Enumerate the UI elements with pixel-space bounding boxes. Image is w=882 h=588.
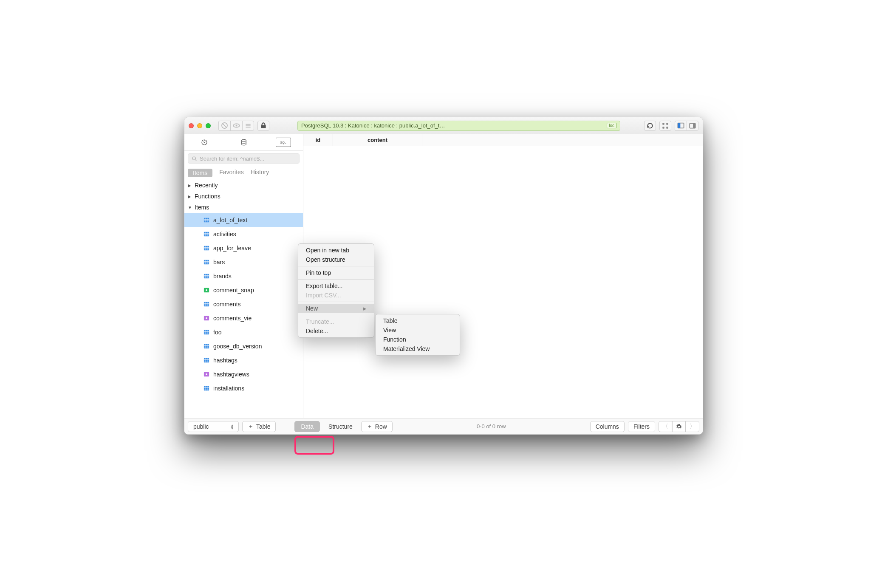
table-item-installations[interactable]: installations (184, 381, 303, 395)
sidebar: SQL Search for item: ^name$... Items Fav… (184, 134, 303, 418)
svg-rect-46 (204, 302, 209, 306)
table-item-brands[interactable]: brands (184, 269, 303, 283)
svg-rect-12 (678, 123, 680, 128)
svg-point-45 (206, 289, 207, 291)
connection-path[interactable]: PostgreSQL 10.3 : Katonice : katonice : … (297, 121, 620, 131)
table-icon (203, 385, 210, 391)
tab-history[interactable]: History (251, 169, 269, 177)
settings-button[interactable] (672, 421, 686, 432)
table-label: comment_snap (213, 287, 254, 294)
tab-items[interactable]: Items (188, 169, 212, 177)
prev-page-button[interactable]: 〈 (659, 421, 672, 432)
svg-rect-63 (204, 358, 209, 362)
menu-new-submenu[interactable]: New ▶ (298, 304, 374, 313)
structure-mode-button[interactable]: Structure (323, 421, 358, 432)
view-icon (203, 287, 210, 293)
table-item-hashtagviews[interactable]: hashtagviews (184, 367, 303, 381)
window-zoom-icon[interactable] (206, 123, 211, 128)
svg-rect-70 (204, 386, 209, 390)
context-menu: Open in new tab Open structure Pin to to… (298, 243, 374, 338)
menu-export-table[interactable]: Export table... (298, 281, 374, 291)
connections-icon[interactable] (197, 138, 212, 147)
grid-layout-button[interactable] (659, 121, 671, 131)
tree-group-items[interactable]: ▼Items (184, 202, 303, 213)
list-button[interactable] (242, 121, 254, 131)
sidebar-tree: ▶Recently ▶Functions ▼Items a_lot_of_tex… (184, 180, 303, 418)
column-content[interactable]: content (333, 134, 422, 146)
column-id[interactable]: id (303, 134, 333, 146)
table-label: hashtags (213, 357, 237, 364)
svg-rect-8 (666, 123, 668, 125)
right-panel-toggle[interactable] (687, 121, 698, 131)
columns-button[interactable]: Columns (590, 421, 625, 432)
sql-icon[interactable]: SQL (276, 138, 291, 147)
svg-point-52 (206, 317, 207, 319)
chevron-updown-icon: ▴▾ (231, 424, 233, 430)
svg-line-1 (223, 124, 226, 127)
submenu-function[interactable]: Function (376, 335, 460, 344)
svg-rect-58 (204, 344, 209, 348)
menu-pin-to-top[interactable]: Pin to top (298, 268, 374, 277)
database-icon[interactable] (236, 138, 252, 147)
menu-import-csv: Import CSV... (298, 291, 374, 300)
window-close-icon[interactable] (189, 123, 194, 128)
menu-open-structure[interactable]: Open structure (298, 255, 374, 264)
titlebar: PostgreSQL 10.3 : Katonice : katonice : … (184, 117, 703, 134)
table-label: brands (213, 273, 232, 280)
stop-button[interactable] (218, 121, 230, 131)
filters-button[interactable]: Filters (628, 421, 655, 432)
tree-group-recently[interactable]: ▶Recently (184, 180, 303, 191)
table-icon (203, 343, 210, 349)
table-item-a_lot_of_text[interactable]: a_lot_of_text (184, 213, 303, 227)
table-item-bars[interactable]: bars (184, 255, 303, 269)
table-label: bars (213, 259, 225, 266)
view-button[interactable] (230, 121, 242, 131)
lock-button[interactable] (257, 121, 269, 131)
table-item-hashtags[interactable]: hashtags (184, 353, 303, 367)
table-label: activities (213, 231, 236, 237)
loc-badge: loc (607, 123, 616, 128)
svg-point-3 (236, 125, 237, 127)
window-minimize-icon[interactable] (197, 123, 202, 128)
table-item-goose_db_version[interactable]: goose_db_version (184, 339, 303, 353)
refresh-button[interactable] (644, 121, 656, 131)
tree-group-functions[interactable]: ▶Functions (184, 191, 303, 202)
bottom-bar: public ▴▾ ＋ Table Data Structure ＋ Row 0… (184, 418, 703, 434)
tab-favorites[interactable]: Favorites (219, 169, 244, 177)
table-item-activities[interactable]: activities (184, 227, 303, 241)
data-mode-button[interactable]: Data (294, 421, 320, 432)
table-icon (203, 273, 210, 279)
table-icon (203, 357, 210, 363)
table-label: goose_db_version (213, 343, 262, 350)
table-item-comment_snap[interactable]: comment_snap (184, 283, 303, 297)
next-page-button[interactable]: 〉 (686, 421, 699, 432)
svg-point-69 (206, 373, 207, 375)
view-icon (203, 315, 210, 321)
left-panel-toggle[interactable] (675, 121, 687, 131)
search-input[interactable]: Search for item: ^name$... (188, 153, 300, 164)
schema-selector[interactable]: public ▴▾ (188, 421, 239, 432)
svg-rect-7 (662, 123, 664, 125)
add-table-highlight (294, 436, 334, 455)
table-item-comments[interactable]: comments (184, 297, 303, 311)
table-icon (203, 329, 210, 335)
table-item-comments_vie[interactable]: comments_vie (184, 311, 303, 325)
table-item-app_for_leave[interactable]: app_for_leave (184, 241, 303, 255)
search-placeholder: Search for item: ^name$... (200, 155, 264, 162)
app-window: PostgreSQL 10.3 : Katonice : katonice : … (184, 117, 703, 435)
menu-delete[interactable]: Delete... (298, 326, 374, 336)
submenu-view[interactable]: View (376, 325, 460, 335)
submenu-table[interactable]: Table (376, 316, 460, 325)
table-icon (203, 217, 210, 223)
table-label: a_lot_of_text (213, 217, 247, 223)
chevron-right-icon: ▶ (363, 306, 366, 311)
submenu-matview[interactable]: Materialized View (376, 344, 460, 353)
menu-open-new-tab[interactable]: Open in new tab (298, 246, 374, 255)
new-submenu: Table View Function Materialized View (375, 314, 460, 356)
svg-point-17 (192, 157, 195, 160)
svg-rect-39 (204, 274, 209, 278)
table-label: app_for_leave (213, 245, 251, 252)
add-row-button[interactable]: ＋ Row (361, 421, 393, 432)
table-item-foo[interactable]: foo (184, 325, 303, 339)
add-table-button[interactable]: ＋ Table (242, 421, 276, 432)
